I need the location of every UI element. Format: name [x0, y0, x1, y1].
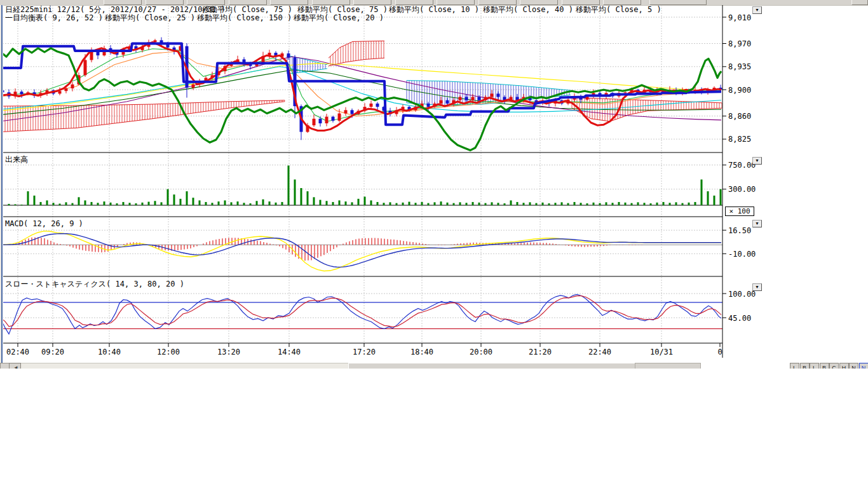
volume-multiplier-badge: × 100	[725, 207, 754, 216]
mini-toolbar-button[interactable]: N	[859, 363, 868, 369]
scrollbar-track[interactable]	[21, 363, 348, 369]
svg-text:8,825: 8,825	[728, 135, 751, 144]
svg-text:13:20: 13:20	[217, 348, 240, 356]
svg-text:100.00: 100.00	[728, 290, 756, 299]
svg-text:8,900: 8,900	[728, 86, 751, 95]
triangle-down-icon: ▼	[753, 220, 761, 227]
mini-toolbar-button[interactable]: B	[800, 363, 810, 369]
panel-dropdown-button-price[interactable]: ▼	[752, 6, 762, 14]
svg-text:8,935: 8,935	[728, 62, 751, 71]
svg-text:17:20: 17:20	[353, 348, 376, 356]
svg-text:16.50: 16.50	[728, 226, 751, 235]
mini-toolbar-button[interactable]: L	[790, 363, 799, 369]
mini-toolbar-button[interactable]: B	[820, 363, 829, 369]
chart-application-window: 9,0108,9708,9358,9008,8608,825750.00300.…	[0, 0, 868, 369]
mini-toolbar-button[interactable]: N	[849, 363, 858, 369]
svg-text:09:20: 09:20	[41, 348, 64, 356]
svg-text:14:40: 14:40	[278, 348, 301, 356]
svg-text:20:00: 20:00	[470, 348, 492, 356]
scrollbar-right-section	[635, 363, 701, 369]
mini-toolbar-button[interactable]: H	[839, 363, 849, 369]
svg-text:12:00: 12:00	[157, 348, 180, 356]
triangle-down-icon: ▼	[753, 284, 761, 290]
svg-text:8,970: 8,970	[728, 39, 751, 48]
panel-dropdown-button-macd[interactable]: ▼	[752, 220, 762, 227]
svg-text:02:40: 02:40	[6, 348, 29, 356]
screen: 9,0108,9708,9358,9008,8608,825750.00300.…	[0, 0, 868, 488]
svg-text:9,010: 9,010	[728, 13, 751, 22]
svg-text:45.00: 45.00	[728, 314, 751, 323]
mini-toolbar-button[interactable]: L	[810, 363, 819, 369]
scrollbar-left-arrow-button[interactable]: ◄	[9, 363, 21, 369]
svg-text:750.00: 750.00	[728, 161, 756, 170]
triangle-down-icon: ▼	[753, 158, 761, 164]
triangle-down-icon: ▼	[753, 7, 761, 13]
svg-text:8,860: 8,860	[728, 112, 751, 121]
mini-toolbar-button[interactable]: C	[829, 363, 839, 369]
svg-text:22:40: 22:40	[588, 348, 611, 356]
scrollbar-corner	[0, 363, 10, 369]
chart-canvas: 9,0108,9708,9358,9008,8608,825750.00300.…	[0, 0, 868, 363]
arrow-left-icon: ◄	[13, 365, 18, 369]
panel-dropdown-button-volume[interactable]: ▼	[752, 157, 762, 165]
svg-text:10/31: 10/31	[650, 348, 673, 356]
svg-text:-10.00: -10.00	[728, 250, 756, 259]
svg-text:300.00: 300.00	[728, 185, 756, 194]
svg-text:0: 0	[717, 348, 722, 356]
window-left-border	[0, 5, 3, 363]
panel-dropdown-button-stochastics[interactable]: ▼	[752, 283, 762, 291]
svg-text:21:20: 21:20	[529, 348, 552, 356]
svg-text:10:40: 10:40	[98, 348, 121, 356]
svg-text:18:40: 18:40	[410, 348, 433, 356]
scrollbar-thumb[interactable]	[348, 363, 635, 369]
